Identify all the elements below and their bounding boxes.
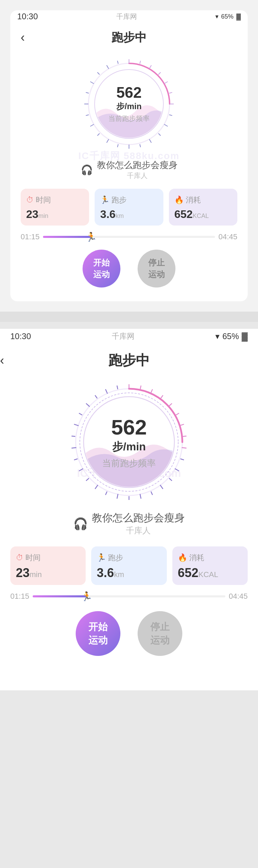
- speedometer-wrap: 562步/min 当前跑步频率: [21, 56, 237, 152]
- svg-line-12: [159, 134, 161, 136]
- cal-label-2: 消耗: [189, 553, 204, 563]
- svg-line-22: [86, 92, 89, 93]
- stat-label-row-cal: 🔥 消耗: [174, 195, 232, 205]
- svg-line-39: [180, 459, 184, 460]
- section-divider: [0, 312, 258, 322]
- svg-line-53: [72, 436, 75, 436]
- svg-line-16: [117, 144, 118, 147]
- stat-label-row-time: ⏱ 时间: [26, 195, 84, 205]
- svg-line-38: [182, 448, 186, 448]
- music-row-2: 🎧 教你怎么跑步会瘦身 千库人: [0, 511, 258, 536]
- status-bar-2: 10:30 千库网 ▾ 65% ▓: [0, 329, 258, 344]
- music-title-2: 教你怎么跑步会瘦身: [92, 511, 185, 525]
- speedometer: 562步/min 当前跑步频率: [81, 56, 177, 152]
- svg-line-43: [151, 491, 152, 495]
- stat-label-row-time-2: ⏱ 时间: [16, 553, 80, 563]
- cal-value: 652KCAL: [174, 208, 232, 221]
- status-time-2: 10:30: [10, 332, 31, 341]
- music-info-2: 教你怎么跑步会瘦身 千库人: [92, 511, 185, 536]
- svg-line-31: [140, 386, 141, 389]
- stats-row: ⏱ 时间 23min 🏃 跑步 3.6km 🔥 消耗: [21, 189, 237, 226]
- cal-label: 消耗: [186, 195, 201, 205]
- progress-row: 01:15 🏃 04:45: [21, 232, 237, 241]
- stop-button[interactable]: 停止运动: [138, 250, 175, 287]
- speedo-center-2: 562步/min 当前跑步频率: [98, 415, 160, 469]
- progress-bar-fill: [43, 236, 91, 238]
- svg-line-11: [164, 124, 168, 126]
- battery-icon: ▓: [236, 13, 241, 20]
- svg-line-59: [117, 386, 118, 389]
- stop-button-2[interactable]: 停止运动: [138, 611, 182, 656]
- page-title: 跑步中: [111, 30, 147, 45]
- svg-line-51: [74, 459, 77, 460]
- status-network: 千库网: [116, 12, 137, 21]
- btn-row: 开始运动 停止运动: [21, 250, 237, 287]
- svg-line-13: [149, 139, 151, 143]
- svg-line-52: [72, 448, 76, 448]
- svg-line-42: [160, 485, 163, 489]
- svg-line-14: [140, 144, 140, 147]
- svg-line-5: [149, 65, 151, 69]
- time-value: 23min: [26, 208, 84, 221]
- cal-icon: 🔥: [174, 196, 184, 205]
- speedometer-2: 562步/min 当前跑步频率: [67, 380, 191, 504]
- svg-line-24: [97, 72, 99, 74]
- svg-line-58: [106, 389, 108, 394]
- progress-start-2: 01:15: [10, 592, 29, 601]
- status-time: 10:30: [17, 12, 38, 21]
- time-label: 时间: [36, 195, 51, 205]
- wifi-icon-2: ▾: [215, 332, 219, 341]
- svg-line-25: [107, 65, 109, 69]
- svg-line-50: [79, 469, 83, 471]
- status-right: ▾ 65% ▓: [215, 13, 241, 20]
- stat-run: 🏃 跑步 3.6km: [95, 189, 163, 226]
- svg-line-44: [140, 494, 141, 499]
- screen1-card: IC千库网 588ku.com 10:30 千库网 ▾ 65% ▓ ‹ 跑步中: [0, 0, 258, 312]
- progress-row-2: 01:15 🏃 04:45: [10, 592, 248, 601]
- start-button-2[interactable]: 开始运动: [76, 611, 120, 656]
- stat-label-row-run: 🏃 跑步: [100, 195, 158, 205]
- svg-line-17: [107, 139, 109, 143]
- svg-line-7: [164, 82, 168, 84]
- start-button[interactable]: 开始运动: [83, 250, 120, 287]
- card-container: IC千库网 588ku.com 10:30 千库网 ▾ 65% ▓ ‹ 跑步中: [10, 10, 248, 301]
- progress-end: 04:45: [218, 232, 237, 241]
- stat-label-row-run-2: 🏃 跑步: [97, 553, 161, 563]
- speedo-value-2: 562步/min: [98, 415, 160, 454]
- header: ‹ 跑步中: [21, 30, 237, 45]
- music-title: 教你怎么跑步会瘦身: [97, 159, 178, 171]
- svg-line-48: [95, 485, 98, 489]
- run-icon: 🏃: [100, 196, 109, 205]
- svg-line-37: [183, 436, 186, 436]
- svg-line-49: [86, 478, 89, 481]
- cal-icon-2: 🔥: [178, 553, 187, 562]
- header-2: ‹ 跑步中: [0, 344, 258, 370]
- svg-line-20: [86, 115, 89, 115]
- svg-line-54: [74, 424, 78, 426]
- status-network-2: 千库网: [112, 331, 135, 342]
- run-label-2: 跑步: [108, 553, 123, 563]
- back-button[interactable]: ‹: [21, 30, 25, 45]
- time-label-2: 时间: [25, 553, 41, 563]
- speedo-label-2: 当前跑步频率: [98, 457, 160, 469]
- back-button-2[interactable]: ‹: [0, 353, 4, 368]
- progress-bar-wrap-2[interactable]: 🏃: [33, 595, 225, 597]
- run-icon-2: 🏃: [97, 553, 106, 562]
- time-icon: ⏱: [26, 196, 34, 205]
- svg-line-18: [97, 134, 99, 136]
- progress-bar-wrap[interactable]: 🏃: [43, 236, 215, 238]
- svg-line-56: [86, 404, 89, 407]
- status-right-2: ▾ 65% ▓: [215, 332, 248, 341]
- svg-line-33: [161, 395, 163, 398]
- stat-label-row-cal-2: 🔥 消耗: [178, 553, 242, 563]
- stat-time: ⏱ 时间 23min: [21, 189, 89, 226]
- svg-line-6: [159, 72, 161, 74]
- stats-row-2: ⏱ 时间 23min 🏃 跑步 3.6km 🔥 消耗 652KCAL: [10, 546, 248, 585]
- svg-line-10: [169, 115, 172, 115]
- screen2: IC千库网 588ku.com 10:30 千库网 ▾ 65% ▓ ‹ 跑步中: [0, 329, 258, 690]
- stat-run-2: 🏃 跑步 3.6km: [91, 546, 166, 585]
- svg-line-4: [140, 61, 140, 64]
- progress-bar-fill-2: [33, 595, 87, 597]
- svg-line-40: [175, 469, 179, 471]
- progress-start: 01:15: [21, 232, 40, 241]
